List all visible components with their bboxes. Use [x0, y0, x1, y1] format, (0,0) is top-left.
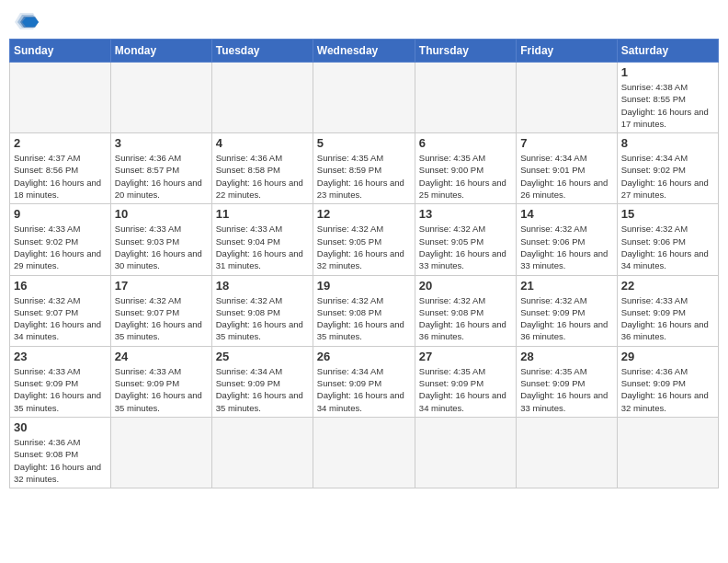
calendar-table: SundayMondayTuesdayWednesdayThursdayFrid…: [9, 39, 719, 488]
day-info: Sunrise: 4:33 AM Sunset: 9:03 PM Dayligh…: [115, 223, 208, 271]
calendar-cell: 1Sunrise: 4:38 AM Sunset: 8:55 PM Daylig…: [617, 63, 718, 133]
calendar-cell: 29Sunrise: 4:36 AM Sunset: 9:09 PM Dayli…: [617, 346, 718, 417]
day-info: Sunrise: 4:34 AM Sunset: 9:01 PM Dayligh…: [520, 152, 612, 201]
calendar-cell: [415, 417, 516, 488]
day-number: 16: [14, 279, 107, 293]
day-info: Sunrise: 4:37 AM Sunset: 8:56 PM Dayligh…: [14, 152, 107, 201]
calendar-cell: 17Sunrise: 4:32 AM Sunset: 9:07 PM Dayli…: [110, 275, 211, 346]
calendar-cell: 9Sunrise: 4:33 AM Sunset: 9:02 PM Daylig…: [10, 204, 111, 275]
calendar-cell: 3Sunrise: 4:36 AM Sunset: 8:57 PM Daylig…: [110, 133, 211, 204]
weekday-header-row: SundayMondayTuesdayWednesdayThursdayFrid…: [10, 40, 719, 63]
calendar-cell: 21Sunrise: 4:32 AM Sunset: 9:09 PM Dayli…: [517, 275, 617, 346]
day-number: 15: [621, 207, 714, 221]
calendar-cell: 8Sunrise: 4:34 AM Sunset: 9:02 PM Daylig…: [617, 133, 718, 204]
calendar-cell: 26Sunrise: 4:34 AM Sunset: 9:09 PM Dayli…: [313, 346, 415, 417]
weekday-header-monday: Monday: [110, 40, 211, 63]
day-number: 20: [419, 279, 512, 293]
day-info: Sunrise: 4:32 AM Sunset: 9:07 PM Dayligh…: [14, 294, 107, 343]
calendar-week-1: 1Sunrise: 4:38 AM Sunset: 8:55 PM Daylig…: [10, 63, 719, 133]
day-number: 8: [621, 136, 714, 150]
weekday-header-thursday: Thursday: [415, 40, 516, 63]
day-number: 17: [115, 279, 208, 293]
day-info: Sunrise: 4:36 AM Sunset: 9:09 PM Dayligh…: [621, 365, 714, 414]
calendar-cell: [110, 417, 211, 488]
calendar-cell: [517, 417, 617, 488]
day-number: 7: [520, 136, 612, 150]
day-number: 27: [419, 350, 512, 363]
day-number: 29: [621, 350, 714, 363]
calendar-week-5: 23Sunrise: 4:33 AM Sunset: 9:09 PM Dayli…: [10, 346, 719, 417]
day-number: 5: [317, 136, 411, 150]
day-info: Sunrise: 4:33 AM Sunset: 9:09 PM Dayligh…: [14, 365, 107, 414]
calendar-cell: [617, 417, 718, 488]
day-number: 30: [14, 420, 107, 434]
calendar-cell: 22Sunrise: 4:33 AM Sunset: 9:09 PM Dayli…: [617, 275, 718, 346]
day-number: 12: [317, 207, 411, 221]
day-info: Sunrise: 4:34 AM Sunset: 9:09 PM Dayligh…: [317, 365, 411, 414]
day-number: 1: [621, 65, 714, 79]
calendar-cell: 14Sunrise: 4:32 AM Sunset: 9:06 PM Dayli…: [517, 204, 617, 275]
day-number: 6: [419, 136, 512, 150]
day-number: 18: [216, 279, 309, 293]
calendar-cell: 7Sunrise: 4:34 AM Sunset: 9:01 PM Daylig…: [517, 133, 617, 204]
day-info: Sunrise: 4:32 AM Sunset: 9:05 PM Dayligh…: [317, 223, 411, 271]
calendar-cell: 5Sunrise: 4:35 AM Sunset: 8:59 PM Daylig…: [313, 133, 415, 204]
calendar-week-2: 2Sunrise: 4:37 AM Sunset: 8:56 PM Daylig…: [10, 133, 719, 204]
day-info: Sunrise: 4:33 AM Sunset: 9:09 PM Dayligh…: [115, 365, 208, 414]
day-info: Sunrise: 4:35 AM Sunset: 9:09 PM Dayligh…: [520, 365, 612, 414]
day-number: 11: [216, 207, 309, 221]
calendar-cell: 6Sunrise: 4:35 AM Sunset: 9:00 PM Daylig…: [415, 133, 516, 204]
calendar-cell: 25Sunrise: 4:34 AM Sunset: 9:09 PM Dayli…: [211, 346, 313, 417]
logo-icon: [13, 9, 40, 31]
day-info: Sunrise: 4:36 AM Sunset: 8:58 PM Dayligh…: [216, 152, 309, 201]
calendar-cell: 16Sunrise: 4:32 AM Sunset: 9:07 PM Dayli…: [10, 275, 111, 346]
weekday-header-sunday: Sunday: [10, 40, 111, 63]
calendar-cell: 11Sunrise: 4:33 AM Sunset: 9:04 PM Dayli…: [211, 204, 313, 275]
day-number: 24: [115, 350, 208, 363]
day-info: Sunrise: 4:33 AM Sunset: 9:02 PM Dayligh…: [14, 223, 107, 271]
day-info: Sunrise: 4:35 AM Sunset: 9:00 PM Dayligh…: [419, 152, 512, 201]
page-header: [9, 9, 719, 31]
weekday-header-tuesday: Tuesday: [211, 40, 313, 63]
day-number: 3: [115, 136, 208, 150]
day-info: Sunrise: 4:35 AM Sunset: 8:59 PM Dayligh…: [317, 152, 411, 201]
day-info: Sunrise: 4:32 AM Sunset: 9:07 PM Dayligh…: [115, 294, 208, 343]
calendar-cell: [517, 63, 617, 133]
calendar-cell: 27Sunrise: 4:35 AM Sunset: 9:09 PM Dayli…: [415, 346, 516, 417]
calendar-cell: 4Sunrise: 4:36 AM Sunset: 8:58 PM Daylig…: [211, 133, 313, 204]
calendar-cell: 30Sunrise: 4:36 AM Sunset: 9:08 PM Dayli…: [10, 417, 111, 488]
calendar-week-6: 30Sunrise: 4:36 AM Sunset: 9:08 PM Dayli…: [10, 417, 719, 488]
day-info: Sunrise: 4:34 AM Sunset: 9:09 PM Dayligh…: [216, 365, 309, 414]
day-number: 13: [419, 207, 512, 221]
day-info: Sunrise: 4:38 AM Sunset: 8:55 PM Dayligh…: [621, 81, 714, 130]
day-number: 22: [621, 279, 714, 293]
weekday-header-saturday: Saturday: [617, 40, 718, 63]
weekday-header-wednesday: Wednesday: [313, 40, 415, 63]
calendar-cell: [313, 417, 415, 488]
calendar-cell: 23Sunrise: 4:33 AM Sunset: 9:09 PM Dayli…: [10, 346, 111, 417]
calendar-cell: 19Sunrise: 4:32 AM Sunset: 9:08 PM Dayli…: [313, 275, 415, 346]
calendar-cell: 24Sunrise: 4:33 AM Sunset: 9:09 PM Dayli…: [110, 346, 211, 417]
logo: [13, 9, 44, 31]
day-info: Sunrise: 4:34 AM Sunset: 9:02 PM Dayligh…: [621, 152, 714, 201]
calendar-cell: 13Sunrise: 4:32 AM Sunset: 9:05 PM Dayli…: [415, 204, 516, 275]
calendar-week-4: 16Sunrise: 4:32 AM Sunset: 9:07 PM Dayli…: [10, 275, 719, 346]
calendar-cell: 20Sunrise: 4:32 AM Sunset: 9:08 PM Dayli…: [415, 275, 516, 346]
calendar-cell: [10, 63, 111, 133]
day-number: 21: [520, 279, 612, 293]
day-number: 19: [317, 279, 411, 293]
day-number: 28: [520, 350, 612, 363]
day-number: 25: [216, 350, 309, 363]
day-number: 26: [317, 350, 411, 363]
calendar-cell: 28Sunrise: 4:35 AM Sunset: 9:09 PM Dayli…: [517, 346, 617, 417]
day-number: 9: [14, 207, 107, 221]
day-number: 4: [216, 136, 309, 150]
calendar-cell: [110, 63, 211, 133]
day-info: Sunrise: 4:33 AM Sunset: 9:04 PM Dayligh…: [216, 223, 309, 271]
weekday-header-friday: Friday: [517, 40, 617, 63]
day-info: Sunrise: 4:32 AM Sunset: 9:06 PM Dayligh…: [520, 223, 612, 271]
calendar-cell: [313, 63, 415, 133]
day-info: Sunrise: 4:36 AM Sunset: 9:08 PM Dayligh…: [14, 436, 107, 485]
day-info: Sunrise: 4:32 AM Sunset: 9:06 PM Dayligh…: [621, 223, 714, 271]
day-info: Sunrise: 4:32 AM Sunset: 9:08 PM Dayligh…: [216, 294, 309, 343]
